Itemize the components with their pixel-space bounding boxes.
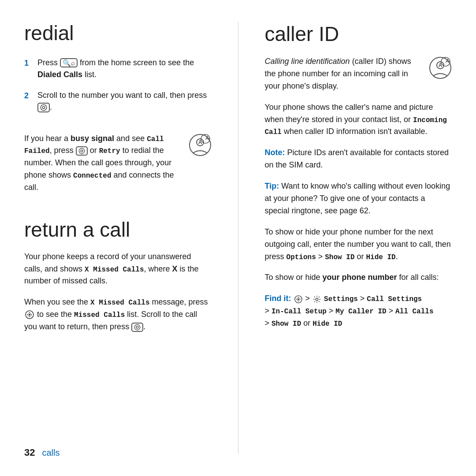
svg-marker-12: [27, 313, 29, 316]
svg-marker-26: [299, 298, 301, 300]
svg-point-28: [316, 298, 318, 300]
svg-marker-10: [28, 312, 31, 314]
svg-text:A: A: [205, 135, 209, 141]
busy-signal-block: If you hear a busy signal and see Call F…: [24, 133, 212, 194]
return-para-1: Your phone keeps a record of your unansw…: [24, 251, 212, 288]
phone-button-icon-3: [76, 146, 88, 156]
tip-label: Tip:: [265, 182, 279, 190]
step-1-number: 1: [24, 57, 32, 69]
show-hide-para: To show or hide your phone number for th…: [265, 226, 452, 263]
avatar-icon-1: A A: [189, 134, 212, 156]
caller-id-para-2: Your phone shows the caller's name and p…: [265, 101, 452, 138]
phone-button-icon-4: [131, 323, 143, 332]
footer: 32 calls: [24, 447, 60, 458]
svg-marker-23: [297, 297, 299, 298]
findit-label: Find it:: [265, 294, 291, 303]
page: redial 1 Press 🔍⌕ from the home screen t…: [0, 0, 476, 476]
step-2-number: 2: [24, 89, 32, 102]
caller-id-intro: Calling line identification (caller ID) …: [265, 56, 422, 93]
svg-point-27: [298, 298, 299, 300]
step-1: 1 Press 🔍⌕ from the home screen to see t…: [24, 57, 212, 81]
svg-text:A: A: [198, 139, 202, 145]
dialed-calls-label: Dialed Calls: [37, 70, 82, 79]
findit-para: Find it: > Settings > Call Settings: [265, 293, 452, 330]
left-column: redial 1 Press 🔍⌕ from the home screen t…: [24, 22, 212, 454]
svg-text:A: A: [445, 58, 449, 63]
column-divider: [238, 22, 238, 454]
tip-para: Tip: Want to know who's calling without …: [265, 180, 452, 217]
phone-number-para: To show or hide your phone number for al…: [265, 271, 452, 284]
caller-id-intro-block: Calling line identification (caller ID) …: [265, 56, 452, 93]
svg-point-14: [29, 314, 30, 316]
phone-button-icon-2: [37, 103, 50, 112]
svg-point-15: [134, 324, 140, 330]
svg-point-1: [42, 106, 45, 108]
svg-marker-24: [297, 300, 299, 301]
avatar-icon-2: A A: [429, 56, 452, 79]
return-a-call-title: return a call: [24, 219, 212, 241]
svg-point-16: [136, 326, 138, 328]
step-2-content: Scroll to the number you want to call, t…: [37, 89, 212, 113]
redial-steps: 1 Press 🔍⌕ from the home screen to see t…: [24, 57, 212, 122]
right-column: caller ID Calling line identification (c…: [265, 22, 452, 454]
svg-marker-25: [296, 298, 298, 300]
page-number: 32: [24, 447, 35, 458]
return-a-call-section: return a call Your phone keeps a record …: [24, 219, 212, 342]
step-2: 2 Scroll to the number you want to call,…: [24, 89, 212, 113]
svg-point-0: [41, 104, 46, 110]
caller-id-title: caller ID: [265, 22, 452, 46]
step-1-content: Press 🔍⌕ from the home screen to see the…: [37, 57, 212, 81]
note-label: Note:: [265, 148, 285, 157]
redial-title: redial: [24, 22, 212, 45]
svg-point-3: [81, 150, 83, 152]
svg-text:A: A: [439, 62, 443, 68]
busy-signal-para: If you hear a busy signal and see Call F…: [24, 133, 182, 194]
note-para: Note: Picture IDs aren't available for c…: [265, 147, 452, 171]
return-para-2: When you see the X Missed Calls message,…: [24, 296, 212, 333]
phone-button-icon-1: 🔍⌕: [60, 58, 78, 67]
svg-marker-13: [30, 313, 32, 316]
svg-point-2: [79, 148, 85, 154]
footer-section-label: calls: [42, 448, 60, 458]
svg-marker-11: [28, 316, 31, 317]
